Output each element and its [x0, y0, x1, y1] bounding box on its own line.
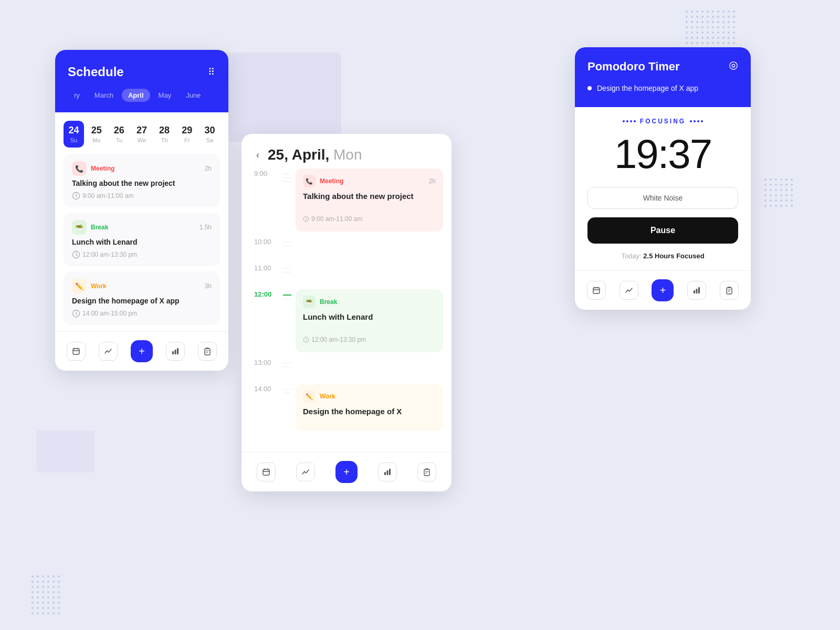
break-tag: Break	[91, 224, 108, 231]
timeslot-10: 10:00	[242, 237, 452, 263]
week-row: 24 Su 25 Mo 26 Tu 27 We 28 Th 29 Fr 30 S…	[55, 112, 228, 148]
tl-break-time: 12:00 am-13:30 pm	[303, 336, 436, 343]
tick-marks-9	[283, 174, 291, 182]
tl-meeting-time: 9:00 am-11:00 am	[303, 215, 436, 223]
clock-icon-3	[72, 309, 80, 318]
pause-button[interactable]: Pause	[587, 217, 738, 244]
focus-stats: Today: 2.5 Hours Focused	[587, 252, 738, 260]
back-button[interactable]: ‹	[254, 148, 261, 163]
pomo-nav-calendar[interactable]	[587, 281, 606, 300]
event-work[interactable]: ✏️ Work 3h Design the homepage of X app …	[64, 271, 220, 325]
day-30[interactable]: 30 Sa	[200, 121, 220, 148]
svg-rect-15	[389, 469, 391, 475]
white-noise-button[interactable]: White Noise	[587, 187, 738, 209]
time-14: 14:00	[254, 384, 283, 393]
time-10: 10:00	[254, 237, 283, 246]
day-26[interactable]: 26 Tu	[109, 121, 129, 148]
pomo-nav-bar-chart[interactable]	[687, 281, 706, 300]
break-title: Lunch with Lenard	[72, 238, 212, 246]
tl-meeting-title: Talking about the new project	[303, 192, 436, 201]
cal-nav-clipboard[interactable]	[417, 463, 436, 481]
cal-nav-calendar[interactable]	[257, 463, 276, 481]
event-break[interactable]: 🥗 Break 1.5h Lunch with Lenard 12:00 am-…	[64, 213, 220, 266]
nav-chart[interactable]	[99, 342, 118, 361]
pomo-title: Pomodoro Timer	[587, 60, 680, 74]
work-tag: Work	[91, 282, 107, 290]
svg-rect-12	[263, 469, 269, 475]
day-27[interactable]: 27 We	[131, 121, 152, 148]
month-tab-ry[interactable]: ry	[68, 89, 86, 102]
bg-decoration-2	[37, 430, 94, 472]
svg-rect-14	[386, 470, 388, 475]
day-28[interactable]: 28 Th	[154, 121, 175, 148]
cal-nav-bar-chart[interactable]	[378, 463, 397, 481]
pomo-settings-icon[interactable]	[729, 61, 738, 72]
tl-work-icon: ✏️	[303, 390, 316, 403]
time-12-current: 12:00	[254, 289, 283, 298]
nav-bar-chart[interactable]	[166, 342, 185, 361]
cal-bottom-nav: +	[242, 452, 452, 491]
work-duration: 3h	[205, 282, 212, 290]
focus-stats-prefix: Today:	[621, 252, 641, 260]
more-options-icon[interactable]: ⠿	[208, 66, 216, 78]
month-tab-may[interactable]: May	[152, 89, 178, 102]
pomo-nav-add[interactable]: +	[652, 279, 674, 301]
month-tab-march[interactable]: March	[88, 89, 120, 102]
tick-marks-13	[283, 363, 291, 367]
schedule-card: Schedule ⠿ ry March April May June Ju 24…	[55, 50, 228, 371]
nav-add[interactable]: +	[131, 340, 153, 362]
calendar-detail-card: ‹ 25, April, Mon 9:00 📞 Meeting 2h	[242, 134, 452, 491]
tl-work-event[interactable]: ✏️ Work Design the homepage of X	[296, 384, 443, 431]
meeting-icon: 📞	[72, 161, 87, 176]
svg-point-20	[732, 64, 734, 67]
month-tab-ju[interactable]: Ju	[209, 89, 216, 102]
tick-marks-12	[283, 295, 291, 299]
svg-rect-13	[384, 472, 386, 475]
day-24[interactable]: 24 Su	[64, 121, 84, 148]
tl-break-tag: Break	[320, 298, 337, 306]
svg-rect-25	[727, 288, 732, 294]
event-meeting[interactable]: 📞 Meeting 2h Talking about the new proje…	[64, 154, 220, 207]
timeslot-14: 14:00 ✏️ Work Design the homepage of X	[242, 384, 452, 442]
meeting-title: Talking about the new project	[72, 179, 212, 187]
svg-rect-21	[593, 288, 600, 293]
timeslot-13: 13:00	[242, 358, 452, 384]
day-29[interactable]: 29 Fr	[177, 121, 197, 148]
day-25[interactable]: 25 Mo	[86, 121, 107, 148]
pomo-nav-clipboard[interactable]	[720, 281, 739, 300]
break-duration: 1.5h	[200, 224, 212, 231]
meeting-duration: 2h	[205, 165, 212, 172]
break-time: 12:00 am-13:30 pm	[72, 250, 212, 259]
svg-rect-3	[73, 349, 79, 354]
meeting-tag: Meeting	[91, 165, 114, 172]
work-icon: ✏️	[72, 279, 87, 293]
timeslot-12: 12:00 🥗 Break Lunch with Lenard 12:00 am…	[242, 289, 452, 358]
cal-nav-chart[interactable]	[296, 463, 315, 481]
cal-nav-add[interactable]: +	[335, 461, 358, 483]
pomo-nav-chart[interactable]	[620, 281, 638, 300]
meeting-time: 9:00 am-11:00 am	[72, 192, 212, 200]
tl-work-tag: Work	[320, 393, 335, 400]
svg-rect-23	[696, 289, 698, 293]
bottom-nav: +	[55, 331, 228, 371]
month-tabs: ry March April May June Ju	[68, 89, 216, 102]
nav-clipboard[interactable]	[198, 342, 217, 361]
dot-grid-decoration-bl: for(let i=0;i<48;i++) document.currentSc…	[32, 575, 60, 614]
schedule-header: Schedule ⠿ ry March April May June Ju	[55, 50, 228, 112]
month-tab-june[interactable]: June	[180, 89, 207, 102]
tl-break-event[interactable]: 🥗 Break Lunch with Lenard 12:00 am-13:30…	[296, 289, 443, 352]
svg-rect-7	[205, 349, 210, 355]
timer-display: 19:37	[587, 133, 738, 174]
work-time: 14:00 am-15:00 pm	[72, 309, 212, 318]
month-tab-april[interactable]: April	[122, 89, 150, 102]
nav-calendar[interactable]	[67, 342, 86, 361]
focusing-label: FOCUSING	[587, 118, 738, 125]
pomo-dot	[587, 86, 592, 90]
tick-marks-14	[283, 389, 291, 393]
pomo-body: FOCUSING 19:37 White Noise Pause Today: …	[575, 107, 751, 270]
cal-date-title: 25, April, Mon	[268, 146, 362, 163]
clock-icon-2	[72, 250, 80, 259]
svg-rect-6	[177, 348, 178, 354]
svg-point-19	[730, 62, 737, 69]
tl-meeting-event[interactable]: 📞 Meeting 2h Talking about the new proje…	[296, 169, 443, 232]
